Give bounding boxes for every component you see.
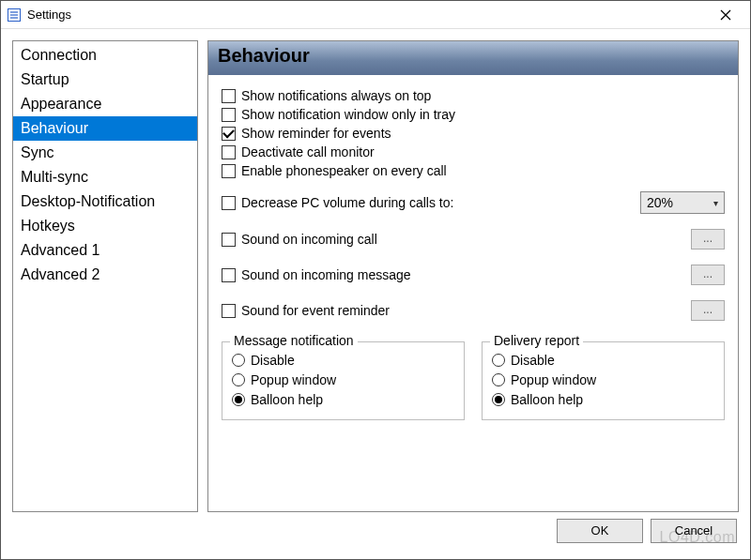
close-icon: [720, 9, 731, 21]
check-reminder-events-row: Show reminder for events: [222, 125, 725, 143]
check-sound-incoming-call-label: Sound on incoming call: [241, 232, 377, 247]
sidebar-item-advanced-1[interactable]: Advanced 1: [13, 238, 197, 263]
check-sound-event-reminder-label: Sound for event reminder: [241, 303, 390, 318]
sound-event-reminder-row: Sound for event reminder ...: [222, 300, 725, 321]
mn-popup-row[interactable]: Popup window: [232, 371, 454, 389]
sidebar-item-startup[interactable]: Startup: [13, 68, 197, 92]
dr-balloon-radio[interactable]: [492, 393, 505, 406]
check-sound-incoming-message[interactable]: [222, 268, 236, 282]
cancel-button[interactable]: Cancel: [651, 519, 737, 543]
decrease-volume-row: Decrease PC volume during calls to: 20% …: [222, 191, 725, 214]
check-deactivate-call-monitor[interactable]: [222, 145, 236, 159]
mn-disable-row[interactable]: Disable: [232, 351, 454, 370]
settings-panel: Behaviour Show notifications always on t…: [207, 40, 739, 512]
browse-sound-call-button[interactable]: ...: [691, 229, 725, 250]
sidebar-item-behaviour[interactable]: Behaviour: [13, 116, 197, 141]
mn-popup-label: Popup window: [251, 371, 336, 389]
dr-disable-row[interactable]: Disable: [492, 351, 714, 370]
dr-popup-radio[interactable]: [492, 373, 505, 386]
check-sound-incoming-call[interactable]: [222, 233, 236, 247]
settings-window: Settings Connection Startup Appearance B…: [0, 0, 751, 560]
close-button[interactable]: [707, 2, 744, 28]
check-sound-event-reminder[interactable]: [222, 304, 236, 318]
sidebar-item-desktop-notification[interactable]: Desktop-Notification: [13, 189, 197, 214]
mn-disable-label: Disable: [251, 351, 295, 370]
dr-balloon-label: Balloon help: [511, 390, 583, 409]
check-phonespeaker-row: Enable phonespeaker on every call: [222, 162, 725, 180]
volume-select[interactable]: 20% ▾: [640, 191, 725, 214]
sidebar: Connection Startup Appearance Behaviour …: [12, 40, 198, 512]
check-reminder-events[interactable]: [222, 127, 236, 141]
ok-button[interactable]: OK: [557, 519, 643, 543]
mn-disable-radio[interactable]: [232, 354, 245, 367]
group-delivery-report-legend: Delivery report: [490, 333, 583, 348]
check-only-in-tray-row: Show notification window only in tray: [222, 106, 725, 124]
dr-balloon-row[interactable]: Balloon help: [492, 390, 714, 409]
browse-sound-message-button[interactable]: ...: [691, 265, 725, 285]
check-always-on-top[interactable]: [222, 89, 236, 103]
check-always-on-top-row: Show notifications always on top: [222, 87, 725, 105]
window-body: Connection Startup Appearance Behaviour …: [1, 29, 750, 512]
check-phonespeaker-label: Enable phonespeaker on every call: [241, 162, 447, 180]
chevron-down-icon: ▾: [713, 198, 718, 208]
dr-popup-label: Popup window: [511, 371, 596, 389]
sidebar-item-hotkeys[interactable]: Hotkeys: [13, 214, 197, 238]
browse-sound-reminder-button[interactable]: ...: [691, 300, 725, 321]
dr-popup-row[interactable]: Popup window: [492, 371, 714, 389]
check-reminder-events-label: Show reminder for events: [241, 125, 391, 143]
check-decrease-volume[interactable]: [222, 196, 236, 210]
volume-select-value: 20%: [647, 195, 710, 210]
check-deactivate-call-monitor-label: Deactivate call monitor: [241, 144, 375, 161]
app-icon: [7, 8, 22, 23]
titlebar: Settings: [1, 1, 750, 29]
footer: OK Cancel: [1, 512, 750, 559]
check-sound-incoming-message-label: Sound on incoming message: [241, 267, 411, 282]
check-only-in-tray[interactable]: [222, 108, 236, 122]
group-message-notification: Message notification Disable Popup windo…: [222, 341, 465, 420]
sound-incoming-call-row: Sound on incoming call ...: [222, 229, 725, 250]
dr-disable-radio[interactable]: [492, 354, 505, 367]
window-title: Settings: [27, 8, 707, 22]
dr-disable-label: Disable: [511, 351, 555, 370]
group-message-notification-legend: Message notification: [230, 333, 358, 348]
sidebar-item-multi-sync[interactable]: Multi-sync: [13, 165, 197, 189]
mn-balloon-row[interactable]: Balloon help: [232, 390, 454, 409]
check-always-on-top-label: Show notifications always on top: [241, 87, 431, 105]
check-decrease-volume-label: Decrease PC volume during calls to:: [241, 195, 453, 210]
groups: Message notification Disable Popup windo…: [222, 341, 725, 420]
sidebar-item-sync[interactable]: Sync: [13, 141, 197, 165]
mn-popup-radio[interactable]: [232, 373, 245, 386]
sound-incoming-message-row: Sound on incoming message ...: [222, 265, 725, 285]
panel-body: Show notifications always on top Show no…: [208, 75, 738, 511]
check-deactivate-call-monitor-row: Deactivate call monitor: [222, 144, 725, 161]
sidebar-item-connection[interactable]: Connection: [13, 43, 197, 68]
sidebar-item-appearance[interactable]: Appearance: [13, 92, 197, 116]
panel-header: Behaviour: [208, 41, 738, 75]
mn-balloon-label: Balloon help: [251, 390, 323, 409]
mn-balloon-radio[interactable]: [232, 393, 245, 406]
group-delivery-report: Delivery report Disable Popup window Bal…: [482, 341, 725, 420]
check-only-in-tray-label: Show notification window only in tray: [241, 106, 455, 124]
check-phonespeaker[interactable]: [222, 164, 236, 178]
sidebar-item-advanced-2[interactable]: Advanced 2: [13, 263, 197, 287]
